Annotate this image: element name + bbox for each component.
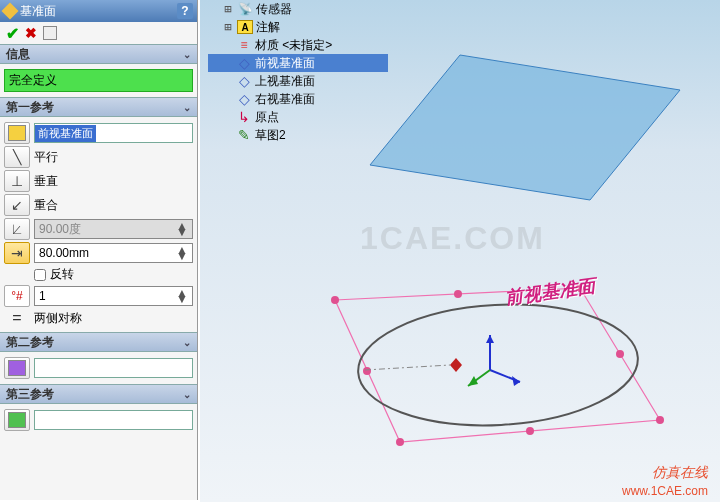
status-fully-defined: 完全定义	[4, 69, 193, 92]
chevron-icon: ⌄	[183, 49, 191, 60]
chevron-icon: ⌄	[183, 389, 191, 400]
ref1-selection: 前视基准面	[35, 125, 96, 142]
count-input[interactable]: 1 ▲▼	[34, 286, 193, 306]
midplane-icon: =	[4, 309, 30, 327]
angle-value: 90.00度	[39, 221, 81, 238]
feature-tree[interactable]: ⊞📡传感器 ⊞A注解 ≡材质 <未指定> ◇前视基准面 ◇上视基准面 ◇右视基准…	[208, 0, 388, 144]
tree-item-front-plane[interactable]: 前视基准面	[255, 55, 315, 72]
perpendicular-button[interactable]: ⊥	[4, 170, 30, 192]
svg-point-7	[526, 427, 534, 435]
parallel-label: 平行	[34, 149, 58, 166]
tree-item-label[interactable]: 注解	[256, 19, 280, 36]
plane-icon: ◇	[236, 56, 252, 70]
coincident-label: 重合	[34, 197, 58, 214]
ref2-filter-button[interactable]	[4, 357, 30, 379]
offset-input[interactable]: 80.00mm ▲▼	[34, 243, 193, 263]
ref1-selection-box[interactable]: 前视基准面	[34, 123, 193, 143]
svg-marker-0	[370, 55, 680, 200]
svg-line-11	[365, 365, 450, 370]
footer-url: www.1CAE.com	[622, 484, 708, 498]
ref1-section-header[interactable]: 第一参考 ⌄	[0, 97, 197, 117]
svg-point-5	[616, 350, 624, 358]
sensor-icon: 📡	[237, 2, 253, 16]
ref2-selection-box[interactable]	[34, 358, 193, 378]
panel-titlebar: 基准面 ?	[0, 0, 197, 22]
svg-point-2	[331, 296, 339, 304]
tree-item-label[interactable]: 上视基准面	[255, 73, 315, 90]
angle-input: 90.00度 ▲▼	[34, 219, 193, 239]
ref3-section-header[interactable]: 第三参考 ⌄	[0, 384, 197, 404]
ref1-body: 前视基准面 ╲ 平行 ⊥ 垂直 ↙ 重合 ⟀ 90.00度 ▲▼ ⇥ 80.00…	[0, 117, 197, 332]
ref3-label: 第三参考	[6, 386, 54, 403]
ref3-selection-box[interactable]	[34, 410, 193, 430]
confirm-row: ✔ ✖	[0, 22, 197, 44]
chevron-icon: ⌄	[183, 102, 191, 113]
tree-item-label[interactable]: 传感器	[256, 1, 292, 18]
ref2-label: 第二参考	[6, 334, 54, 351]
plane-icon: ◇	[236, 74, 252, 88]
svg-marker-1	[335, 288, 660, 442]
svg-point-8	[396, 438, 404, 446]
ref3-filter-button[interactable]	[4, 409, 30, 431]
pin-button[interactable]	[43, 26, 57, 40]
svg-point-3	[454, 290, 462, 298]
cancel-button[interactable]: ✖	[25, 25, 37, 41]
flip-checkbox[interactable]	[34, 269, 46, 281]
perpendicular-label: 垂直	[34, 173, 58, 190]
svg-point-10	[355, 298, 641, 432]
footer-brand: 仿真在线	[652, 464, 708, 482]
tree-item-label[interactable]: 原点	[255, 109, 279, 126]
count-icon[interactable]: °#	[4, 285, 30, 307]
flip-label: 反转	[50, 266, 74, 283]
plane-icon: ◇	[236, 92, 252, 106]
offset-value: 80.00mm	[39, 246, 89, 260]
tree-item-label[interactable]: 材质 <未指定>	[255, 37, 332, 54]
svg-marker-14	[486, 335, 494, 343]
offset-button[interactable]: ⇥	[4, 242, 30, 264]
plane-feature-icon	[2, 3, 19, 20]
spinner-icon[interactable]: ▲▼	[176, 290, 188, 302]
tree-item-label[interactable]: 右视基准面	[255, 91, 315, 108]
annotation-icon: A	[237, 20, 253, 34]
ref2-section-header[interactable]: 第二参考 ⌄	[0, 332, 197, 352]
spinner-icon[interactable]: ▲▼	[176, 247, 188, 259]
sketch-icon: ✎	[236, 128, 252, 142]
material-icon: ≡	[236, 38, 252, 52]
selection-filter-button[interactable]	[4, 122, 30, 144]
watermark: 1CAE.COM	[360, 220, 545, 257]
coincident-button[interactable]: ↙	[4, 194, 30, 216]
origin-icon: ↳	[236, 110, 252, 124]
svg-marker-12	[450, 358, 462, 372]
svg-point-6	[656, 416, 664, 424]
help-button[interactable]: ?	[177, 3, 193, 19]
parallel-button[interactable]: ╲	[4, 146, 30, 168]
panel-title: 基准面	[20, 3, 56, 20]
info-section-header[interactable]: 信息 ⌄	[0, 44, 197, 64]
midplane-label: 两侧对称	[34, 310, 82, 327]
ok-button[interactable]: ✔	[6, 24, 19, 43]
svg-point-9	[363, 367, 371, 375]
chevron-icon: ⌄	[183, 337, 191, 348]
count-value: 1	[39, 289, 46, 303]
info-label: 信息	[6, 46, 30, 63]
tree-item-label[interactable]: 草图2	[255, 127, 286, 144]
angle-button[interactable]: ⟀	[4, 218, 30, 240]
ref1-label: 第一参考	[6, 99, 54, 116]
property-panel: 基准面 ? ✔ ✖ 信息 ⌄ 完全定义 第一参考 ⌄ 前视基准面 ╲ 平行 ⊥ …	[0, 0, 198, 500]
svg-marker-18	[468, 376, 478, 386]
